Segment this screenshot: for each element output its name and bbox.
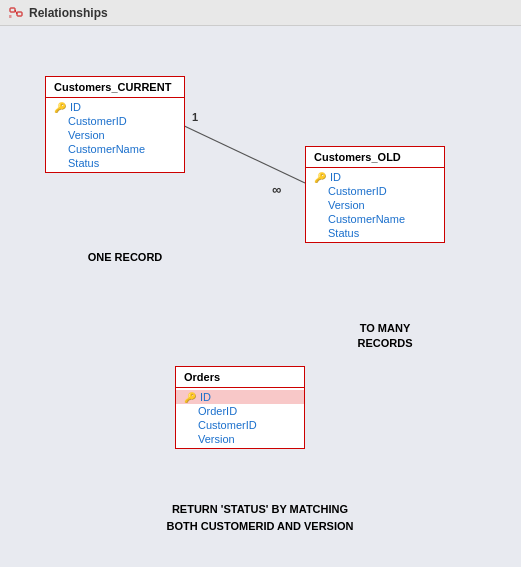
customers-current-table: Customers_CURRENT 🔑 ID CustomerID Versio… (45, 76, 185, 173)
title-text: Relationships (29, 6, 108, 20)
orders-table: Orders 🔑 ID OrderID CustomerID Version (175, 366, 305, 449)
field-old-status: Status (306, 226, 444, 240)
title-bar: ≡ Relationships (0, 0, 521, 26)
orders-header: Orders (176, 367, 304, 388)
field-customername: CustomerName (46, 142, 184, 156)
one-record-label: ONE RECORD (60, 251, 190, 263)
field-old-customerid: CustomerID (306, 184, 444, 198)
svg-rect-0 (10, 8, 15, 12)
field-id: 🔑 ID (46, 100, 184, 114)
field-old-version: Version (306, 198, 444, 212)
field-orders-customerid: CustomerID (176, 418, 304, 432)
relationships-icon: ≡ (8, 5, 24, 21)
customers-old-header: Customers_OLD (306, 147, 444, 168)
field-old-customername: CustomerName (306, 212, 444, 226)
field-old-id: 🔑 ID (306, 170, 444, 184)
field-orders-orderid: OrderID (176, 404, 304, 418)
field-version: Version (46, 128, 184, 142)
field-customerid: CustomerID (46, 114, 184, 128)
key-icon-old: 🔑 (314, 172, 326, 183)
return-status-label: RETURN 'STATUS' BY MATCHINGBOTH CUSTOMER… (80, 501, 440, 534)
to-many-records-label: TO MANYRECORDS (310, 321, 460, 352)
key-icon: 🔑 (54, 102, 66, 113)
field-orders-version: Version (176, 432, 304, 446)
svg-line-4 (178, 123, 305, 183)
svg-text:1: 1 (192, 111, 198, 123)
key-icon-orders: 🔑 (184, 392, 196, 403)
canvas: 1 ∞ Customers_CURRENT 🔑 ID CustomerID Ve… (0, 26, 521, 567)
field-status: Status (46, 156, 184, 170)
field-orders-id: 🔑 ID (176, 390, 304, 404)
svg-text:≡: ≡ (9, 13, 12, 19)
customers-current-header: Customers_CURRENT (46, 77, 184, 98)
svg-text:∞: ∞ (272, 182, 281, 197)
svg-rect-1 (17, 12, 22, 16)
customers-old-table: Customers_OLD 🔑 ID CustomerID Version Cu… (305, 146, 445, 243)
